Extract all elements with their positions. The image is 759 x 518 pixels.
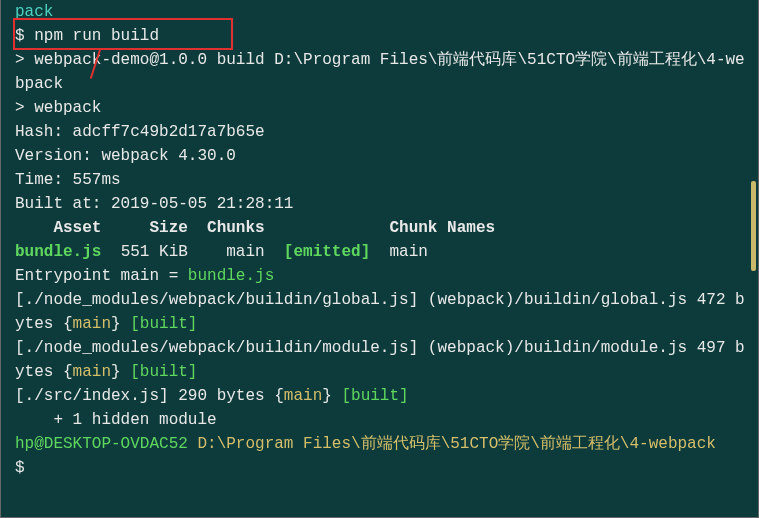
built-tag: [built] xyxy=(130,315,197,333)
module-line: [./src/index.js] 290 bytes { xyxy=(15,387,284,405)
hidden-modules: + 1 hidden module xyxy=(15,408,746,432)
entrypoint-file: bundle.js xyxy=(188,267,274,285)
module-line: } xyxy=(111,363,130,381)
ps-prompt[interactable]: $ xyxy=(15,456,746,480)
partial-path: pack xyxy=(15,3,53,21)
npm-echo-prefix: > xyxy=(15,51,34,69)
npm-echo-prefix: > xyxy=(15,99,34,117)
module-line: } xyxy=(322,387,341,405)
module-chunk: main xyxy=(73,363,111,381)
prompt-symbol: $ xyxy=(15,27,34,45)
hash-line: Hash: adcff7c49b2d17a7b65e xyxy=(15,120,746,144)
asset-header: Asset Size Chunks Chunk Names xyxy=(15,216,746,240)
entrypoint-label: Entrypoint main = xyxy=(15,267,188,285)
npm-echo-header: webpack-demo@1.0.0 build D:\Program File… xyxy=(15,51,745,93)
npm-echo-cmd: webpack xyxy=(34,99,101,117)
built-at-line: Built at: 2019-05-05 21:28:11 xyxy=(15,192,746,216)
asset-name: bundle.js xyxy=(15,243,101,261)
time-line: Time: 557ms xyxy=(15,168,746,192)
scrollbar-thumb[interactable] xyxy=(751,181,756,271)
ps-user-host: hp@DESKTOP-OVDAC52 xyxy=(15,435,188,453)
version-line: Version: webpack 4.30.0 xyxy=(15,144,746,168)
command-input[interactable]: npm run build xyxy=(34,27,159,45)
module-line: } xyxy=(111,315,130,333)
built-tag: [built] xyxy=(130,363,197,381)
emitted-tag: [emitted] xyxy=(284,243,370,261)
module-chunk: main xyxy=(73,315,111,333)
chunk-name: main xyxy=(370,243,428,261)
module-chunk: main xyxy=(284,387,322,405)
built-tag: [built] xyxy=(341,387,408,405)
asset-size-chunks: 551 KiB main xyxy=(101,243,283,261)
scrollbar[interactable] xyxy=(751,0,756,517)
ps-cwd: D:\Program Files\前端代码库\51CTO学院\前端工程化\4-w… xyxy=(188,435,716,453)
